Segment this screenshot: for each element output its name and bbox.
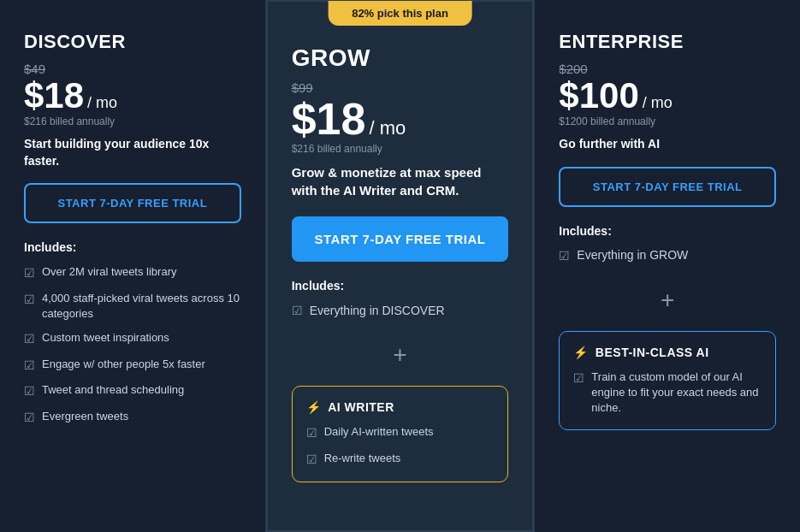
discover-price-row: $18 / mo xyxy=(24,78,241,114)
discover-feature-list: ☑ Over 2M viral tweets library ☑ 4,000 s… xyxy=(24,264,241,426)
list-item: ☑ Evergreen tweets xyxy=(24,409,241,427)
grow-original-price: $99 xyxy=(292,80,509,95)
grow-plan: 82% pick this plan GROW $99 $18 / mo $21… xyxy=(266,0,535,532)
enterprise-price: $100 xyxy=(559,78,638,114)
check-icon: ☑ xyxy=(24,410,35,427)
grow-billed: $216 billed annually xyxy=(292,143,509,155)
enterprise-plus-divider: + xyxy=(559,287,776,314)
feature-text: Custom tweet inspirations xyxy=(42,330,169,346)
enterprise-original-price: $200 xyxy=(559,62,776,76)
best-in-class-box: ⚡ BEST-IN-CLASS AI ☑ Train a custom mode… xyxy=(559,331,776,431)
enterprise-cta-button[interactable]: START 7-DAY FREE TRIAL xyxy=(559,167,776,207)
check-icon: ☑ xyxy=(306,425,317,442)
enterprise-plan: ENTERPRISE $200 $100 / mo $1200 billed a… xyxy=(534,0,800,532)
feature-text: Daily AI-written tweets xyxy=(324,424,434,440)
feature-text: Evergreen tweets xyxy=(42,409,128,424)
discover-per: / mo xyxy=(87,94,117,112)
list-item: ☑ 4,000 staff-picked viral tweets across… xyxy=(24,291,241,322)
check-icon: ☑ xyxy=(24,358,35,375)
discover-plan-name: DISCOVER xyxy=(24,31,241,53)
feature-text: 4,000 staff-picked viral tweets across 1… xyxy=(42,291,241,322)
list-item: ☑ Re-write tweets xyxy=(306,451,495,469)
enterprise-per: / mo xyxy=(643,94,673,112)
check-icon: ☑ xyxy=(24,292,35,309)
list-item: ☑ Tweet and thread scheduling xyxy=(24,382,241,400)
enterprise-includes-label: Includes: xyxy=(559,224,776,238)
grow-per: / mo xyxy=(369,117,406,139)
discover-original-price: $49 xyxy=(24,62,241,76)
feature-text: Engage w/ other people 5x faster xyxy=(42,357,205,372)
list-item: ☑ Daily AI-written tweets xyxy=(306,424,495,442)
check-icon: ☑ xyxy=(24,383,35,400)
feature-text: Tweet and thread scheduling xyxy=(42,382,184,398)
list-item: ☑ Train a custom model of our AI engine … xyxy=(573,369,761,417)
check-icon: ☑ xyxy=(292,304,303,317)
best-in-class-title: ⚡ BEST-IN-CLASS AI xyxy=(573,346,761,359)
feature-text: Over 2M viral tweets library xyxy=(42,264,176,280)
ai-writer-title: ⚡ AI WRITER xyxy=(306,400,495,414)
check-icon: ☑ xyxy=(573,370,584,387)
grow-tagline: Grow & monetize at max speed with the AI… xyxy=(292,163,509,199)
ai-writer-feature-list: ☑ Daily AI-written tweets ☑ Re-write twe… xyxy=(306,424,495,468)
enterprise-price-row: $100 / mo xyxy=(559,78,776,114)
discover-tagline: Start building your audience 10x faster. xyxy=(24,136,241,169)
grow-everything-in: ☑ Everything in DISCOVER xyxy=(292,303,509,317)
ai-writer-box: ⚡ AI WRITER ☑ Daily AI-written tweets ☑ … xyxy=(292,386,509,482)
grow-cta-button[interactable]: START 7-DAY FREE TRIAL xyxy=(292,216,509,262)
check-icon: ☑ xyxy=(24,265,35,282)
feature-text: Re-write tweets xyxy=(324,451,401,466)
discover-price: $18 xyxy=(24,78,84,114)
discover-cta-button[interactable]: START 7-DAY FREE TRIAL xyxy=(24,183,241,223)
enterprise-plan-name: ENTERPRISE xyxy=(559,31,776,53)
list-item: ☑ Custom tweet inspirations xyxy=(24,330,241,348)
enterprise-tagline: Go further with AI xyxy=(559,136,776,153)
discover-plan: DISCOVER $49 $18 / mo $216 billed annual… xyxy=(0,0,266,532)
enterprise-billed: $1200 billed annually xyxy=(559,115,776,127)
grow-price-row: $18 / mo xyxy=(292,97,509,141)
enterprise-feature-list: ☑ Train a custom model of our AI engine … xyxy=(573,369,761,417)
discover-includes-label: Includes: xyxy=(24,240,241,254)
discover-billed: $216 billed annually xyxy=(24,115,241,127)
list-item: ☑ Engage w/ other people 5x faster xyxy=(24,357,241,375)
enterprise-everything-in: ☑ Everything in GROW xyxy=(559,248,776,263)
grow-price: $18 xyxy=(292,97,366,141)
grow-plan-name: GROW xyxy=(292,44,509,72)
feature-text: Train a custom model of our AI engine to… xyxy=(591,369,761,417)
list-item: ☑ Over 2M viral tweets library xyxy=(24,264,241,282)
bolt-icon: ⚡ xyxy=(306,400,322,414)
grow-plus-divider: + xyxy=(292,341,509,369)
check-icon: ☑ xyxy=(559,249,570,263)
popular-badge: 82% pick this plan xyxy=(328,1,472,26)
pricing-container: DISCOVER $49 $18 / mo $216 billed annual… xyxy=(0,0,800,532)
check-icon: ☑ xyxy=(24,331,35,348)
grow-includes-label: Includes: xyxy=(292,279,509,293)
bolt-icon: ⚡ xyxy=(573,346,589,359)
check-icon: ☑ xyxy=(306,452,317,469)
